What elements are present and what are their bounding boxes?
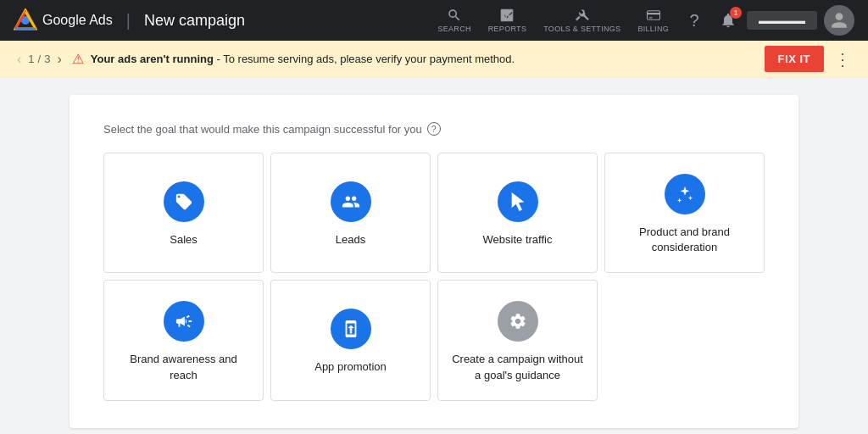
top-navigation: Google Ads | New campaign SEARCH REPORTS… — [0, 0, 868, 41]
main-content: Select the goal that would make this cam… — [0, 78, 868, 434]
search-nav-button[interactable]: SEARCH — [431, 4, 477, 36]
people-icon — [342, 192, 360, 211]
goals-grid-row1: Sales Leads Website traffic — [103, 153, 765, 273]
no-goal-label: Create a campaign without a goal's guida… — [452, 352, 583, 382]
campaign-nav-slash: / — [38, 53, 42, 65]
svg-rect-6 — [509, 15, 510, 18]
alert-bold-text: Your ads aren't running — [91, 53, 214, 65]
reports-nav-label: REPORTS — [488, 25, 526, 33]
app-logo[interactable]: Google Ads — [14, 8, 113, 32]
traffic-icon-circle — [498, 181, 538, 222]
nav-icon-group: SEARCH REPORTS TOOLS & SETTINGS BILLING … — [431, 4, 854, 36]
goal-website-traffic[interactable]: Website traffic — [437, 153, 598, 273]
cursor-icon — [509, 192, 527, 211]
mobile-icon — [342, 320, 360, 338]
campaign-nav-total: 3 — [44, 53, 50, 65]
more-options-icon[interactable]: ⋮ — [831, 46, 854, 73]
campaign-goal-card: Select the goal that would make this cam… — [70, 95, 798, 428]
goal-product-brand[interactable]: Product and brand consideration — [604, 153, 765, 273]
goals-grid-row2: Brand awareness and reach App promotion … — [103, 280, 765, 400]
goal-title-text: Select the goal that would make this cam… — [103, 123, 422, 136]
goal-sales[interactable]: Sales — [103, 153, 264, 273]
tag-icon — [175, 192, 193, 211]
awareness-label: Brand awareness and reach — [118, 352, 249, 382]
speaker-icon — [175, 312, 193, 331]
traffic-label: Website traffic — [483, 232, 553, 248]
goal-empty-slot — [604, 280, 765, 400]
alert-message: Your ads aren't running - To resume serv… — [91, 53, 758, 65]
app-label: App promotion — [314, 359, 387, 375]
goal-selection-title: Select the goal that would make this cam… — [103, 122, 765, 136]
next-campaign-button[interactable]: › — [53, 50, 64, 69]
leads-label: Leads — [336, 232, 365, 248]
page-title: New campaign — [144, 12, 245, 30]
account-name-pill[interactable]: ▬▬▬▬▬ — [747, 11, 817, 30]
sales-label: Sales — [170, 232, 198, 248]
no-goal-icon-circle — [498, 301, 538, 342]
help-button[interactable]: ? — [679, 5, 709, 36]
campaign-nav: ‹ 1 / 3 › — [14, 50, 65, 69]
fix-it-button[interactable]: FIX IT — [765, 46, 824, 72]
billing-nav-button[interactable]: BILLING — [631, 4, 676, 36]
svg-rect-7 — [647, 11, 659, 20]
account-avatar[interactable] — [824, 5, 854, 36]
product-brand-label: Product and brand consideration — [619, 225, 750, 255]
sparkles-icon — [676, 185, 694, 203]
gear-icon — [509, 312, 527, 331]
notifications-button[interactable]: 1 — [713, 5, 743, 36]
tools-nav-button[interactable]: TOOLS & SETTINGS — [537, 4, 627, 36]
alert-detail-text: - To resume serving ads, please verify y… — [214, 53, 515, 65]
help-tooltip-icon[interactable]: ? — [427, 122, 441, 136]
goal-app-promotion[interactable]: App promotion — [270, 280, 431, 400]
prev-campaign-button[interactable]: ‹ — [14, 50, 25, 69]
error-icon: ⚠ — [72, 51, 84, 67]
svg-rect-8 — [647, 13, 659, 14]
reports-nav-button[interactable]: REPORTS — [481, 4, 533, 36]
sales-icon-circle — [164, 181, 204, 222]
alert-bar: ‹ 1 / 3 › ⚠ Your ads aren't running - To… — [0, 41, 868, 78]
goal-no-goal[interactable]: Create a campaign without a goal's guida… — [437, 280, 598, 400]
nav-divider: | — [126, 11, 131, 31]
search-nav-label: SEARCH — [437, 25, 470, 33]
notification-badge: 1 — [730, 7, 742, 19]
app-icon-circle — [331, 309, 371, 349]
svg-rect-5 — [506, 12, 508, 18]
svg-rect-4 — [504, 14, 505, 19]
app-name-label: Google Ads — [42, 13, 113, 28]
goal-leads[interactable]: Leads — [270, 153, 431, 273]
leads-icon-circle — [331, 181, 371, 222]
brand-icon-circle — [665, 174, 705, 214]
tools-nav-label: TOOLS & SETTINGS — [543, 25, 620, 33]
awareness-icon-circle — [164, 301, 204, 342]
goal-brand-awareness[interactable]: Brand awareness and reach — [103, 280, 264, 400]
svg-rect-9 — [648, 17, 652, 18]
campaign-nav-current: 1 — [28, 53, 34, 65]
billing-nav-label: BILLING — [637, 25, 669, 33]
